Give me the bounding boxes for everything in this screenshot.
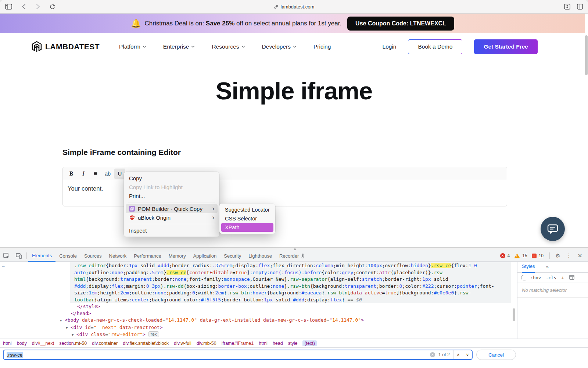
chat-widget-button[interactable] bbox=[541, 217, 565, 241]
divider bbox=[549, 252, 550, 259]
next-match-button[interactable]: ∨ bbox=[463, 350, 472, 359]
console-warnings-icon[interactable]: ! bbox=[514, 254, 520, 258]
lambdatest-logo[interactable]: LAMBDATEST bbox=[31, 41, 100, 53]
styles-filter-input[interactable] bbox=[521, 275, 526, 280]
tab-styles[interactable]: Styles bbox=[522, 262, 535, 273]
device-toolbar-icon[interactable] bbox=[12, 250, 25, 262]
expand-arrow-icon[interactable]: ▼ bbox=[72, 332, 76, 339]
devtools-tab-elements[interactable]: Elements bbox=[28, 250, 55, 262]
bold-button[interactable]: B bbox=[66, 169, 77, 179]
dom-tree-row[interactable]: </style> bbox=[0, 303, 512, 310]
logo-text: LAMBDATEST bbox=[45, 42, 100, 51]
devtools-tab-security[interactable]: Security bbox=[220, 250, 245, 262]
breadcrumb-item[interactable]: section.mt-50 bbox=[59, 341, 87, 346]
devtools-tab-sources[interactable]: Sources bbox=[80, 250, 105, 262]
flex-badge[interactable]: flex bbox=[148, 331, 159, 337]
breadcrumb-item[interactable]: div#__next bbox=[32, 341, 54, 346]
elements-scrollbar[interactable] bbox=[513, 308, 515, 321]
breadcrumb-item[interactable]: div.w-full bbox=[174, 341, 191, 346]
more-tabs-icon[interactable]: » bbox=[546, 264, 548, 270]
dom-tree-row[interactable]: </head> bbox=[0, 310, 512, 317]
breadcrumb-item[interactable]: style bbox=[288, 341, 298, 346]
menu-item-pom-builder[interactable]: POM Builder - Quick Copy › bbox=[126, 204, 218, 213]
devtools-menu-icon[interactable]: ⋮ bbox=[564, 252, 573, 259]
new-style-rule-button[interactable]: + bbox=[561, 275, 564, 281]
nav-item-pricing[interactable]: Pricing bbox=[313, 43, 331, 50]
page-zoom-icon[interactable] bbox=[564, 4, 570, 10]
menu-item-print[interactable]: Print... bbox=[124, 191, 219, 200]
tab-label: Lighthouse bbox=[248, 251, 272, 261]
reload-icon[interactable] bbox=[50, 4, 55, 10]
nav-item-developers[interactable]: Developers bbox=[262, 43, 297, 50]
menu-item-ublock[interactable]: uO uBlock Origin › bbox=[126, 213, 218, 222]
tab-label: Network bbox=[109, 251, 127, 261]
tab-overview-icon[interactable] bbox=[577, 4, 583, 10]
nav-label: Developers bbox=[262, 43, 291, 50]
breadcrumb-item[interactable]: div.container bbox=[92, 341, 118, 346]
breadcrumb-item[interactable]: iframe#iFrame1 bbox=[222, 341, 254, 346]
inspect-element-icon[interactable] bbox=[0, 250, 12, 262]
devtools-tab-performance[interactable]: Performance bbox=[130, 250, 165, 262]
address-bar[interactable]: lambdatest.com bbox=[0, 0, 588, 14]
list-button[interactable]: ≡ bbox=[90, 169, 101, 179]
devtools-tab-console[interactable]: Console bbox=[55, 250, 80, 262]
computed-panel-icon[interactable] bbox=[569, 275, 574, 281]
previous-match-button[interactable]: ∧ bbox=[453, 350, 463, 359]
submenu-item-css-selector[interactable]: CSS Selector bbox=[221, 214, 273, 223]
chat-icon bbox=[547, 224, 558, 234]
devtools-tab-network[interactable]: Network bbox=[105, 250, 130, 262]
devtools-settings-icon[interactable]: ⚙ bbox=[553, 252, 562, 259]
breadcrumb-item[interactable]: html bbox=[3, 341, 12, 346]
search-input[interactable]: .rsw-ce ✕ 1 of 2 ∧ ∨ bbox=[3, 350, 473, 360]
devtools-resize-handle[interactable] bbox=[0, 247, 588, 250]
expand-arrow-icon[interactable]: ▼ bbox=[60, 317, 65, 324]
breadcrumb-item[interactable]: div.mb-50 bbox=[197, 341, 216, 346]
breadcrumb-item[interactable]: html bbox=[259, 341, 268, 346]
nav-item-enterprise[interactable]: Enterprise bbox=[163, 43, 195, 50]
nav-item-resources[interactable]: Resources bbox=[212, 43, 245, 50]
issues-count[interactable]: 10 bbox=[539, 253, 544, 258]
back-icon[interactable] bbox=[22, 4, 26, 9]
strikethrough-button[interactable]: ab bbox=[102, 169, 113, 179]
warning-count[interactable]: 15 bbox=[522, 253, 527, 258]
ublock-icon: uO bbox=[129, 215, 135, 220]
cancel-search-button[interactable]: Cancel bbox=[476, 350, 516, 360]
submenu-item-suggested-locator[interactable]: Suggested Locator bbox=[221, 205, 273, 214]
dom-tree-row[interactable]: ▼<div id="__next" data-reactroot> bbox=[0, 324, 512, 332]
italic-button[interactable]: I bbox=[78, 169, 89, 179]
book-demo-button[interactable]: Book a Demo bbox=[408, 39, 462, 54]
issues-icon[interactable]: ! bbox=[532, 254, 537, 258]
error-count[interactable]: 4 bbox=[508, 253, 510, 258]
expand-arrow-icon[interactable]: ▼ bbox=[66, 325, 71, 332]
breadcrumb-item[interactable]: head bbox=[273, 341, 283, 346]
devtools-close-icon[interactable]: ✕ bbox=[576, 252, 584, 259]
get-started-button[interactable]: Get Started Free bbox=[474, 39, 538, 54]
page-scrollbar[interactable] bbox=[585, 35, 588, 75]
menu-separator bbox=[128, 202, 215, 202]
dom-tree-row[interactable]: ▼<div class="rsw-editor">flex bbox=[0, 331, 512, 339]
style-text-block[interactable]: .rsw-editor{border:1px solid #ddd;border… bbox=[70, 262, 511, 303]
submenu-item-xpath[interactable]: XPath bbox=[221, 223, 273, 232]
breadcrumb-item[interactable]: (text) bbox=[302, 340, 316, 346]
forward-icon[interactable] bbox=[36, 4, 40, 9]
nav-item-platform[interactable]: Platform bbox=[119, 43, 146, 50]
devtools-tab-recorder[interactable]: Recorder bbox=[276, 250, 309, 262]
dom-tree-row[interactable]: ▼<body data-new-gr-c-s-check-loaded="14.… bbox=[0, 317, 512, 324]
tab-label: Performance bbox=[134, 251, 161, 261]
devtools-tab-application[interactable]: Application bbox=[190, 250, 220, 262]
toggle-class-button[interactable]: .cls bbox=[546, 275, 556, 280]
sidebar-toggle-icon[interactable] bbox=[5, 4, 12, 10]
menu-item-inspect[interactable]: Inspect bbox=[124, 226, 219, 235]
devtools-tab-memory[interactable]: Memory bbox=[165, 250, 190, 262]
match-count: 1 of 2 bbox=[438, 352, 450, 357]
devtools-tab-lighthouse[interactable]: Lighthouse bbox=[245, 250, 276, 262]
gutter-more[interactable]: … bbox=[2, 262, 5, 269]
breadcrumb-item[interactable]: div.flex.smtablet\:block bbox=[123, 341, 169, 346]
coupon-code-button[interactable]: Use Coupon Code: LTNEWEXCL bbox=[347, 17, 454, 31]
login-link[interactable]: Login bbox=[383, 43, 397, 50]
breadcrumb-item[interactable]: body bbox=[17, 341, 27, 346]
menu-item-copy[interactable]: Copy bbox=[124, 174, 219, 183]
toggle-hover-button[interactable]: :hov bbox=[530, 275, 541, 280]
clear-search-icon[interactable]: ✕ bbox=[430, 352, 435, 357]
console-errors-icon[interactable]: ✕ bbox=[500, 253, 505, 258]
